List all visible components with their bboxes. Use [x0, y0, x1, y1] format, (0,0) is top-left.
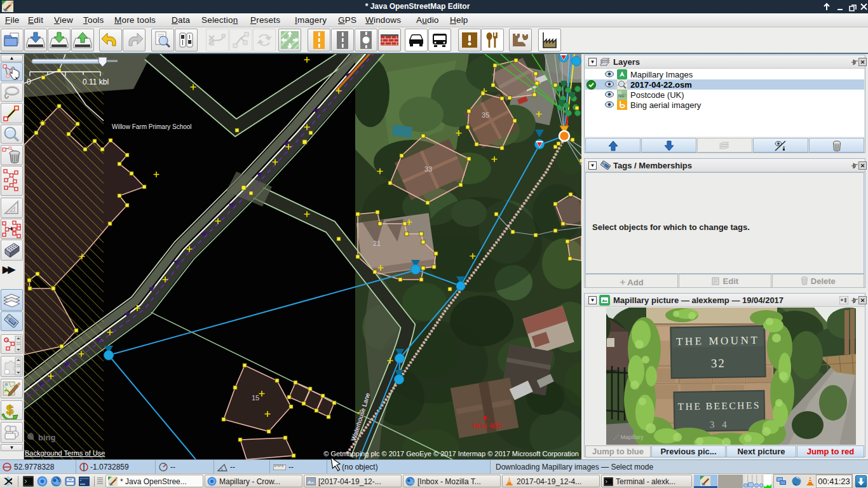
- svg-text:0.11 kbl: 0.11 kbl: [83, 78, 109, 86]
- svg-text:THE MOUNT: THE MOUNT: [676, 334, 759, 348]
- svg-text:Willow Farm Primary School: Willow Farm Primary School: [112, 123, 192, 130]
- svg-text:NG: NG: [618, 94, 624, 98]
- svg-text:© Getmapping plc © 2017 GeoEye: © Getmapping plc © 2017 GeoEye © 2017 In…: [323, 450, 579, 458]
- svg-text:⋰ Mapillary: ⋰ Mapillary: [613, 434, 644, 440]
- svg-text:bing: bing: [38, 433, 55, 442]
- svg-text:32: 32: [711, 356, 726, 370]
- svg-text:$: $: [6, 403, 13, 417]
- svg-text:0: 0: [27, 78, 31, 86]
- svg-text:Background Terms of Use: Background Terms of Use: [25, 449, 105, 457]
- svg-text:15: 15: [252, 394, 259, 402]
- svg-text:33: 33: [424, 165, 432, 173]
- svg-text:35: 35: [482, 111, 489, 119]
- svg-text:3 4: 3 4: [710, 419, 729, 430]
- svg-text:21: 21: [373, 240, 381, 247]
- svg-text:NG4 4BP: NG4 4BP: [473, 422, 502, 430]
- svg-text:THE BEECHES: THE BEECHES: [678, 400, 761, 412]
